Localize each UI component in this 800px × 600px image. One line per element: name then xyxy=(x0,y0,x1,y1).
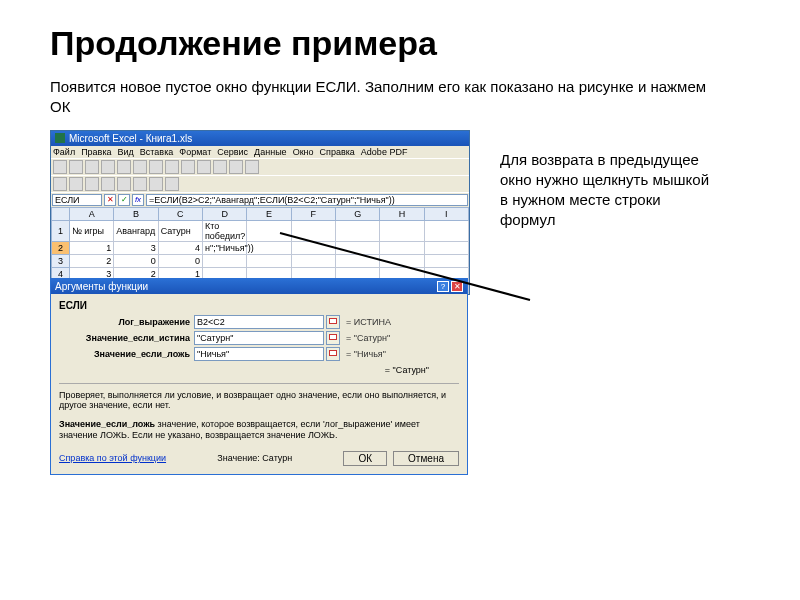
menu-item[interactable]: Справка xyxy=(320,147,355,157)
toolbar-button[interactable] xyxy=(133,177,147,191)
argument-label: Лог_выражение xyxy=(59,317,194,327)
excel-icon xyxy=(55,133,65,143)
cell[interactable]: Сатурн xyxy=(158,220,202,241)
cancel-formula-icon[interactable]: ✕ xyxy=(104,194,116,206)
column-header[interactable]: B xyxy=(114,207,158,220)
cell[interactable] xyxy=(424,254,468,267)
argument-input[interactable] xyxy=(194,347,324,361)
ok-button[interactable]: ОК xyxy=(343,451,387,466)
menu-item[interactable]: Вид xyxy=(118,147,134,157)
column-header[interactable]: I xyxy=(424,207,468,220)
toolbar-button[interactable] xyxy=(53,177,67,191)
toolbar-button[interactable] xyxy=(149,177,163,191)
cell[interactable] xyxy=(291,241,335,254)
menu-item[interactable]: Файл xyxy=(53,147,75,157)
menu-item[interactable]: Формат xyxy=(179,147,211,157)
cell[interactable]: н";"Ничья")) xyxy=(202,241,246,254)
toolbar-button[interactable] xyxy=(149,160,163,174)
toolbar-button[interactable] xyxy=(53,160,67,174)
cell[interactable] xyxy=(380,254,424,267)
toolbar-button[interactable] xyxy=(69,160,83,174)
argument-input[interactable] xyxy=(194,331,324,345)
cell[interactable] xyxy=(247,254,291,267)
column-header[interactable]: H xyxy=(380,207,424,220)
cell[interactable] xyxy=(202,254,246,267)
column-header[interactable]: E xyxy=(247,207,291,220)
cell[interactable]: 0 xyxy=(114,254,158,267)
cell[interactable]: Авангард xyxy=(114,220,158,241)
argument-label: Значение_если_истина xyxy=(59,333,194,343)
cell[interactable] xyxy=(291,254,335,267)
formula-bar[interactable]: =ЕСЛИ(B2>C2;"Авангард";ЕСЛИ(B2<C2;"Сатур… xyxy=(146,194,468,206)
side-note: Для возврата в предыдущее окно нужно щел… xyxy=(500,150,720,231)
toolbar-button[interactable] xyxy=(245,160,259,174)
toolbar-button[interactable] xyxy=(69,177,83,191)
menu-item[interactable]: Окно xyxy=(293,147,314,157)
argument-resolved: = ИСТИНА xyxy=(346,317,391,327)
name-box[interactable]: ЕСЛИ xyxy=(52,194,102,206)
toolbar-button[interactable] xyxy=(229,160,243,174)
cell[interactable]: Кто победил? xyxy=(202,220,246,241)
toolbar-button[interactable] xyxy=(117,160,131,174)
menu-item[interactable]: Правка xyxy=(81,147,111,157)
range-selector-icon[interactable] xyxy=(326,347,340,361)
menu-item[interactable]: Вставка xyxy=(140,147,173,157)
cell[interactable] xyxy=(291,220,335,241)
toolbar-button[interactable] xyxy=(165,160,179,174)
fx-icon[interactable]: fx xyxy=(132,194,144,206)
menu-bar[interactable]: ФайлПравкаВидВставкаФорматСервисДанныеОк… xyxy=(51,146,469,158)
toolbar-1[interactable] xyxy=(51,158,469,175)
argument-resolved: = "Ничья" xyxy=(346,349,386,359)
slide-title: Продолжение примера xyxy=(50,24,760,63)
menu-item[interactable]: Adobe PDF xyxy=(361,147,408,157)
column-header[interactable]: D xyxy=(202,207,246,220)
cell[interactable]: 3 xyxy=(114,241,158,254)
toolbar-button[interactable] xyxy=(101,177,115,191)
window-titlebar: Microsoft Excel - Книга1.xls xyxy=(51,131,469,146)
value-label: Значение: Сатурн xyxy=(217,453,292,463)
cell[interactable]: № игры xyxy=(70,220,114,241)
toolbar-button[interactable] xyxy=(181,160,195,174)
argument-description: Значение_если_ложь значение, которое воз… xyxy=(59,419,459,441)
column-header[interactable]: C xyxy=(158,207,202,220)
range-selector-icon[interactable] xyxy=(326,315,340,329)
column-header[interactable]: A xyxy=(70,207,114,220)
close-icon[interactable]: ✕ xyxy=(451,281,463,292)
cell[interactable]: 0 xyxy=(158,254,202,267)
column-header[interactable]: F xyxy=(291,207,335,220)
cell[interactable] xyxy=(380,241,424,254)
range-selector-icon[interactable] xyxy=(326,331,340,345)
toolbar-button[interactable] xyxy=(85,160,99,174)
toolbar-2[interactable] xyxy=(51,175,469,192)
row-header[interactable]: 2 xyxy=(52,241,70,254)
row-header[interactable]: 1 xyxy=(52,220,70,241)
cell[interactable] xyxy=(247,220,291,241)
column-header[interactable]: G xyxy=(335,207,379,220)
cell[interactable]: 4 xyxy=(158,241,202,254)
row-header[interactable]: 3 xyxy=(52,254,70,267)
accept-formula-icon[interactable]: ✓ xyxy=(118,194,130,206)
toolbar-button[interactable] xyxy=(165,177,179,191)
toolbar-button[interactable] xyxy=(197,160,211,174)
dialog-title: Аргументы функции xyxy=(55,281,148,292)
cell[interactable]: 1 xyxy=(70,241,114,254)
cell[interactable] xyxy=(424,220,468,241)
cell[interactable] xyxy=(424,241,468,254)
menu-item[interactable]: Данные xyxy=(254,147,287,157)
toolbar-button[interactable] xyxy=(117,177,131,191)
help-link[interactable]: Справка по этой функции xyxy=(59,453,166,463)
cell[interactable]: 2 xyxy=(70,254,114,267)
cell[interactable] xyxy=(335,254,379,267)
toolbar-button[interactable] xyxy=(133,160,147,174)
cell[interactable] xyxy=(380,220,424,241)
cell[interactable] xyxy=(335,220,379,241)
toolbar-button[interactable] xyxy=(101,160,115,174)
help-button[interactable]: ? xyxy=(437,281,449,292)
toolbar-button[interactable] xyxy=(213,160,227,174)
argument-input[interactable] xyxy=(194,315,324,329)
menu-item[interactable]: Сервис xyxy=(217,147,248,157)
cell[interactable] xyxy=(335,241,379,254)
cancel-button[interactable]: Отмена xyxy=(393,451,459,466)
toolbar-button[interactable] xyxy=(85,177,99,191)
argument-resolved: = "Сатурн" xyxy=(346,333,390,343)
